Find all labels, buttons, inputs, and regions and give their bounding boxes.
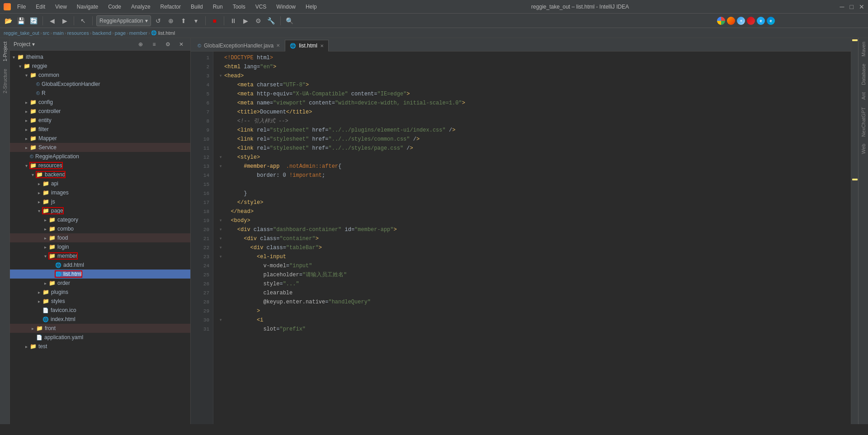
code-line-1[interactable]: <!DOCTYPE html> [213, 53, 851, 62]
code-line-2[interactable]: <html lang="en"> [213, 62, 851, 71]
code-line-19[interactable]: ▾ <body> [213, 216, 851, 225]
toolbar-back-button[interactable]: ◀ [47, 15, 57, 26]
left-tab-structure[interactable]: 2-Structure [0, 65, 9, 97]
opera-icon[interactable] [747, 17, 755, 25]
tree-item-filter[interactable]: ▸ 📁 filter [10, 125, 190, 134]
breadcrumb-member[interactable]: member [129, 30, 147, 36]
ie-icon[interactable]: e [757, 17, 765, 25]
toolbar-forward-button[interactable]: ▶ [59, 15, 70, 26]
tree-item-index.html[interactable]: 🌐 index.html [10, 315, 190, 324]
code-line-8[interactable]: <!-- 引入样式 --> [213, 117, 851, 126]
locate-file-button[interactable]: ⊕ [135, 39, 146, 50]
toolbar-refresh-button[interactable]: 🔄 [28, 15, 39, 26]
tab-global-exception[interactable]: © GlobalExceptionHandler.java ✕ [193, 39, 285, 51]
tree-item-itheima[interactable]: ▾ 📁 itheima [10, 52, 190, 61]
code-line-28[interactable]: @keyup.enter.native="handleQuery" [213, 298, 851, 307]
code-line-16[interactable]: } [213, 189, 851, 198]
menu-run[interactable]: Run [209, 3, 226, 11]
tree-item-js[interactable]: ▸ 📁 js [10, 197, 190, 206]
tree-item-member[interactable]: ▾ 📁 member [10, 251, 190, 260]
tree-item-category[interactable]: ▸ 📁 category [10, 215, 190, 224]
code-line-10[interactable]: <link rel="stylesheet" href="../../style… [213, 135, 851, 144]
code-line-26[interactable]: style="..." [213, 279, 851, 288]
settings-gear-button[interactable]: ⚙ [162, 39, 173, 50]
code-line-5[interactable]: <meta http-equiv="X-UA-Compatible" conte… [213, 90, 851, 99]
toolbar-add-config-button[interactable]: ⊕ [165, 15, 176, 26]
breadcrumb-resources[interactable]: resources [67, 30, 89, 36]
code-line-7[interactable]: <title>Document</title> [213, 108, 851, 117]
collapse-all-button[interactable]: ≡ [149, 39, 160, 50]
far-right-database[interactable]: Database [859, 60, 868, 89]
breadcrumb-src[interactable]: src [43, 30, 50, 36]
tree-item-application.yaml[interactable]: 📄 application.yaml [10, 333, 190, 342]
menu-refactor[interactable]: Refactor [157, 3, 184, 11]
code-line-20[interactable]: ▾ <div class="dashboard-container" id="m… [213, 225, 851, 234]
code-line-14[interactable]: border: 0 !important; [213, 171, 851, 180]
left-tab-project[interactable]: 1-Project [0, 38, 9, 65]
menu-code[interactable]: Code [104, 3, 125, 11]
menu-file[interactable]: File [14, 3, 29, 11]
far-right-web[interactable]: Web [859, 140, 868, 157]
far-right-maven[interactable]: Maven [859, 38, 868, 60]
tree-item-config[interactable]: ▸ 📁 config [10, 98, 190, 107]
toolbar-search-button[interactable]: 🔍 [284, 15, 295, 26]
tree-item-GlobalExceptionHandler[interactable]: © GlobalExceptionHandler [10, 80, 190, 89]
tree-item-Mapper[interactable]: ▸ 📁 Mapper [10, 134, 190, 143]
toolbar-open-button[interactable]: 📂 [3, 15, 14, 26]
tree-item-backend[interactable]: ▾ 📁 backend [10, 170, 190, 179]
code-line-9[interactable]: <link rel="stylesheet" href="../../plugi… [213, 126, 851, 135]
tab-list-html-close[interactable]: ✕ [320, 43, 324, 48]
toolbar-stop-button[interactable]: ■ [209, 15, 220, 26]
code-line-31[interactable]: slot="prefix" [213, 325, 851, 334]
far-right-ant[interactable]: Ant [859, 89, 868, 104]
code-line-11[interactable]: <link rel="stylesheet" href="../../style… [213, 144, 851, 153]
menu-analyze[interactable]: Analyze [127, 3, 154, 11]
tree-item-test[interactable]: ▸ 📁 test [10, 342, 190, 351]
breadcrumb-root[interactable]: reggie_take_out [4, 30, 39, 36]
menu-navigate[interactable]: Navigate [73, 3, 102, 11]
code-line-24[interactable]: v-model="input" [213, 261, 851, 270]
tree-item-images[interactable]: ▸ 📁 images [10, 188, 190, 197]
tree-item-api[interactable]: ▸ 📁 api [10, 179, 190, 188]
tab-list-html[interactable]: 🌐 list.html ✕ [285, 40, 329, 52]
code-editor[interactable]: <!DOCTYPE html><html lang="en">▾<head> <… [213, 52, 851, 424]
code-line-23[interactable]: ▾ <el-input [213, 252, 851, 261]
tree-item-resources[interactable]: ▾ 📁 resources [10, 161, 190, 170]
menu-build[interactable]: Build [187, 3, 207, 11]
tree-item-entity[interactable]: ▸ 📁 entity [10, 116, 190, 125]
tree-item-Service[interactable]: ▸ 📁 Service [10, 143, 190, 152]
tree-item-favicon.ico[interactable]: 📄 favicon.ico [10, 306, 190, 315]
code-line-13[interactable]: ▾ #member-app .notAdmin::after{ [213, 162, 851, 171]
tree-item-list.html[interactable]: 🌐 list.html [10, 270, 190, 279]
menu-edit[interactable]: Edit [32, 3, 49, 11]
minimize-button[interactable]: ─ [840, 3, 844, 10]
toolbar-dropdown2-button[interactable]: ▾ [191, 15, 202, 26]
toolbar-tools-button[interactable]: 🔧 [266, 15, 277, 26]
menu-vcs[interactable]: VCS [252, 3, 270, 11]
tree-item-food[interactable]: ▸ 📁 food [10, 233, 190, 242]
toolbar-resume-button[interactable]: ▶ [241, 15, 251, 26]
menu-view[interactable]: View [52, 3, 71, 11]
code-line-3[interactable]: ▾<head> [213, 71, 851, 80]
toolbar-save-button[interactable]: 💾 [15, 15, 26, 26]
far-right-nexchatgpt[interactable]: NexChatGPT [859, 104, 868, 140]
tree-item-combo[interactable]: ▸ 📁 combo [10, 224, 190, 233]
code-line-12[interactable]: ▾ <style> [213, 153, 851, 162]
toolbar-pause-button[interactable]: ⏸ [228, 15, 239, 26]
toolbar-rerun-button[interactable]: ↺ [153, 15, 164, 26]
tree-item-reggie[interactable]: ▾ 📁 reggie [10, 61, 190, 71]
edge-icon[interactable]: e [767, 17, 775, 25]
tree-item-R[interactable]: © R [10, 89, 190, 98]
toolbar-settings-button[interactable]: ⚙ [253, 15, 264, 26]
code-line-21[interactable]: ▾ <div class="container"> [213, 234, 851, 243]
tree-item-login[interactable]: ▸ 📁 login [10, 242, 190, 251]
code-line-15[interactable] [213, 180, 851, 189]
menu-window[interactable]: Window [273, 3, 299, 11]
code-line-4[interactable]: <meta charset="UTF-8"> [213, 80, 851, 90]
close-button[interactable]: ✕ [859, 3, 864, 10]
tree-item-ReggieApplication[interactable]: © ReggieApplication [10, 152, 190, 161]
code-line-22[interactable]: ▾ <div class="tableBar"> [213, 243, 851, 252]
code-line-6[interactable]: <meta name="viewport" content="width=dev… [213, 99, 851, 108]
menu-tools[interactable]: Tools [229, 3, 249, 11]
code-line-18[interactable]: </head> [213, 207, 851, 216]
